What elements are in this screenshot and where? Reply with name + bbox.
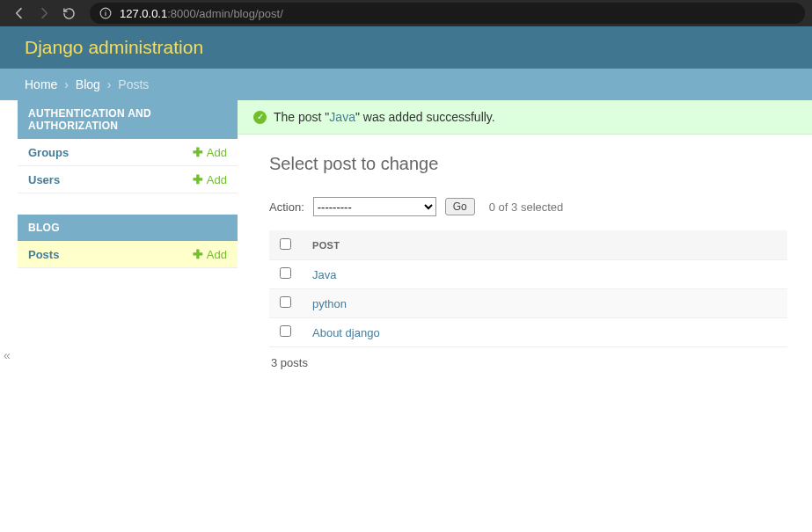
table-row: About django: [269, 318, 787, 347]
breadcrumb: Home › Blog › Posts: [0, 69, 812, 100]
site-title: Django administration: [25, 37, 203, 57]
breadcrumb-home[interactable]: Home: [25, 77, 57, 91]
row-checkbox[interactable]: [280, 325, 291, 337]
forward-button[interactable]: [32, 1, 56, 26]
success-text: The post "Java" was added successfully.: [274, 110, 495, 124]
selection-counter: 0 of 3 selected: [489, 200, 564, 214]
browser-toolbar: 127.0.0.1:8000/admin/blog/post/: [0, 0, 812, 26]
row-link[interactable]: About django: [312, 326, 380, 339]
table-row: Java: [269, 260, 787, 289]
sidebar-item-users[interactable]: Users ✚ Add: [18, 166, 238, 193]
module-header-auth: AUTHENTICATION AND AUTHORIZATION: [18, 100, 238, 139]
plus-icon: ✚: [193, 145, 203, 159]
sidebar-module-blog: BLOG Posts ✚ Add: [18, 215, 238, 268]
sidebar-collapse-handle[interactable]: «: [4, 348, 11, 362]
go-button[interactable]: Go: [445, 198, 475, 215]
action-select[interactable]: ---------: [313, 197, 436, 216]
add-label: Add: [207, 248, 227, 261]
site-info-icon[interactable]: [99, 6, 113, 20]
svg-point-2: [105, 11, 106, 11]
module-header-blog: BLOG: [18, 215, 238, 241]
page-title: Select post to change: [269, 154, 787, 174]
sidebar-item-posts[interactable]: Posts ✚ Add: [18, 241, 238, 268]
sidebar-module-auth: AUTHENTICATION AND AUTHORIZATION Groups …: [18, 100, 238, 193]
action-label: Action:: [269, 200, 304, 214]
add-label: Add: [207, 173, 227, 186]
url-host: 127.0.0.1: [120, 7, 167, 20]
sidebar-item-label: Posts: [28, 248, 59, 261]
breadcrumb-current: Posts: [118, 77, 149, 91]
breadcrumb-sep: ›: [64, 77, 69, 91]
changelist-table: POST Java python About django: [269, 230, 787, 347]
select-all-checkbox[interactable]: [280, 238, 291, 250]
sidebar-item-groups[interactable]: Groups ✚ Add: [18, 139, 238, 166]
row-link[interactable]: Java: [312, 268, 336, 281]
site-header: Django administration: [0, 26, 812, 69]
success-icon: ✓: [253, 111, 267, 124]
url-path: :8000/admin/blog/post/: [167, 7, 283, 20]
breadcrumb-app[interactable]: Blog: [76, 77, 100, 91]
sidebar-item-label: Groups: [28, 146, 69, 159]
plus-icon: ✚: [193, 247, 203, 261]
main-content: ✓ The post "Java" was added successfully…: [238, 100, 812, 394]
sidebar-item-label: Users: [28, 173, 60, 186]
table-row: python: [269, 289, 787, 318]
back-button[interactable]: [7, 1, 32, 26]
sidebar: AUTHENTICATION AND AUTHORIZATION Groups …: [18, 100, 238, 289]
success-message: ✓ The post "Java" was added successfully…: [238, 100, 812, 135]
breadcrumb-sep: ›: [107, 77, 112, 91]
add-users-link[interactable]: ✚ Add: [193, 172, 227, 186]
paginator: 3 posts: [269, 347, 787, 378]
plus-icon: ✚: [193, 172, 203, 186]
actions-bar: Action: --------- Go 0 of 3 selected: [269, 197, 787, 216]
add-groups-link[interactable]: ✚ Add: [193, 145, 227, 159]
column-header-post[interactable]: POST: [302, 230, 787, 260]
select-all-header: [269, 230, 302, 260]
add-label: Add: [207, 146, 227, 159]
address-bar[interactable]: 127.0.0.1:8000/admin/blog/post/: [90, 3, 805, 24]
add-posts-link[interactable]: ✚ Add: [193, 247, 227, 261]
row-link[interactable]: python: [312, 297, 347, 310]
reload-button[interactable]: [56, 1, 81, 26]
row-checkbox[interactable]: [280, 267, 291, 279]
row-checkbox[interactable]: [280, 296, 291, 308]
success-link[interactable]: Java: [329, 110, 355, 124]
